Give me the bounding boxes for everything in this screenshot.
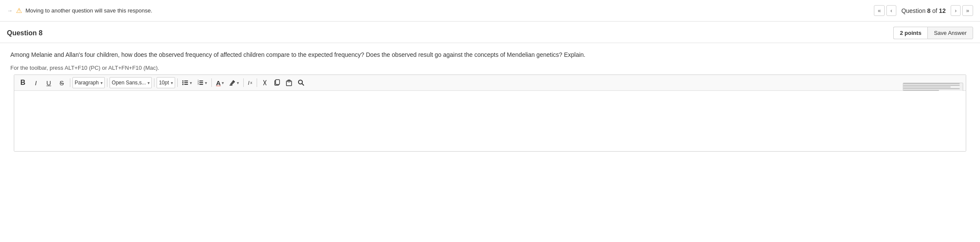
question-text: Among Melanie and Allan's four children,… — [10, 50, 970, 59]
highlight-chevron: ▾ — [237, 81, 239, 85]
font-color-button[interactable]: A ▾ — [214, 77, 226, 89]
warning-icon: ⚠ — [16, 6, 22, 15]
question-body: Among Melanie and Allan's four children,… — [0, 43, 980, 155]
paragraph-label: Paragraph — [75, 80, 99, 86]
font-family-label: Open Sans,s... — [112, 80, 146, 86]
cut-button[interactable] — [259, 77, 270, 89]
bold-button[interactable]: B — [17, 77, 29, 89]
search-button[interactable] — [295, 77, 307, 89]
font-family-select[interactable]: Open Sans,s... ▾ — [110, 77, 152, 88]
nav-prev-button[interactable]: ‹ — [886, 5, 896, 16]
paste-icon — [286, 79, 292, 86]
thumb-line-2 — [903, 85, 960, 86]
thumb-line-3 — [903, 87, 951, 87]
strikethrough-button[interactable]: S — [56, 77, 68, 89]
highlight-icon — [229, 79, 236, 86]
font-size-select[interactable]: 10pt ▾ — [157, 77, 175, 88]
copy-button[interactable] — [271, 77, 283, 89]
font-color-icon: A — [216, 79, 221, 87]
nav-last-button[interactable]: » — [962, 5, 973, 16]
font-size-chevron: ▾ — [171, 81, 173, 85]
editor-content-area[interactable] — [14, 91, 966, 151]
italic-button[interactable]: I — [30, 77, 42, 89]
toolbar-hint: For the toolbar, press ALT+F10 (PC) or A… — [10, 65, 970, 71]
rich-text-editor: B I U S Paragraph ▾ Open Sans,s... ▾ 10p… — [14, 74, 966, 152]
nav-next-button[interactable]: › — [951, 5, 960, 16]
thumb-line-4 — [903, 88, 960, 89]
toolbar-separator-1 — [70, 78, 70, 87]
font-size-label: 10pt — [159, 80, 169, 86]
font-color-chevron: ▾ — [222, 81, 224, 85]
question-title: Question 8 — [7, 29, 43, 37]
question-counter: Question 8 of 12 — [898, 7, 949, 14]
nav-first-button[interactable]: « — [874, 5, 885, 16]
search-icon — [298, 79, 305, 86]
ordered-list-button[interactable]: 1 2 3 ▾ — [195, 77, 209, 89]
font-family-chevron: ▾ — [148, 81, 150, 85]
paragraph-chevron: ▾ — [101, 81, 103, 85]
toolbar-separator-6 — [243, 78, 244, 87]
points-badge: 2 points — [893, 27, 927, 39]
highlight-button[interactable]: ▾ — [227, 77, 241, 89]
notice-left: → ⚠ Moving to another question will save… — [7, 6, 152, 15]
toolbar-separator-2 — [107, 78, 107, 87]
underline-button[interactable]: U — [43, 77, 55, 89]
svg-rect-12 — [229, 85, 232, 86]
clear-format-icon: I — [248, 80, 250, 86]
toolbar-separator-3 — [154, 78, 154, 87]
unordered-list-icon — [182, 79, 189, 86]
clear-format-sub: x — [250, 81, 252, 85]
navigation-controls: « ‹ Question 8 of 12 › » — [874, 5, 973, 16]
unordered-list-button[interactable]: ▾ — [180, 77, 194, 89]
total-questions: 12 — [939, 7, 946, 14]
svg-rect-17 — [288, 80, 290, 81]
question-actions: 2 points Save Answer — [893, 27, 973, 39]
svg-rect-6 — [199, 81, 203, 81]
cut-icon — [261, 79, 268, 86]
svg-rect-14 — [276, 80, 280, 84]
toolbar-separator-5 — [211, 78, 212, 87]
svg-rect-1 — [184, 82, 188, 83]
notice-bar: → ⚠ Moving to another question will save… — [0, 0, 980, 22]
question-header: Question 8 2 points Save Answer — [0, 22, 980, 43]
copy-icon — [273, 79, 280, 86]
thumb-line-1 — [903, 83, 960, 84]
paste-button[interactable] — [283, 77, 295, 89]
svg-rect-2 — [184, 84, 188, 85]
svg-point-4 — [182, 82, 183, 84]
ordered-list-icon: 1 2 3 — [197, 79, 204, 86]
svg-text:3: 3 — [198, 83, 199, 85]
svg-line-19 — [302, 84, 304, 85]
ol-chevron: ▾ — [205, 81, 207, 85]
save-answer-button[interactable]: Save Answer — [927, 27, 973, 39]
arrow-icon: → — [7, 7, 13, 14]
notice-message: Moving to another question will save thi… — [25, 7, 152, 14]
svg-rect-0 — [184, 81, 188, 81]
clear-format-button[interactable]: Ix — [246, 77, 254, 89]
svg-point-3 — [182, 81, 183, 82]
svg-rect-7 — [199, 82, 203, 83]
paragraph-style-select[interactable]: Paragraph ▾ — [72, 77, 105, 88]
svg-point-5 — [182, 84, 183, 85]
ul-chevron: ▾ — [190, 81, 192, 85]
svg-rect-8 — [199, 84, 203, 85]
editor-toolbar: B I U S Paragraph ▾ Open Sans,s... ▾ 10p… — [14, 75, 966, 91]
current-question: 8 — [927, 7, 931, 14]
toolbar-separator-7 — [257, 78, 257, 87]
toolbar-separator-4 — [177, 78, 178, 87]
